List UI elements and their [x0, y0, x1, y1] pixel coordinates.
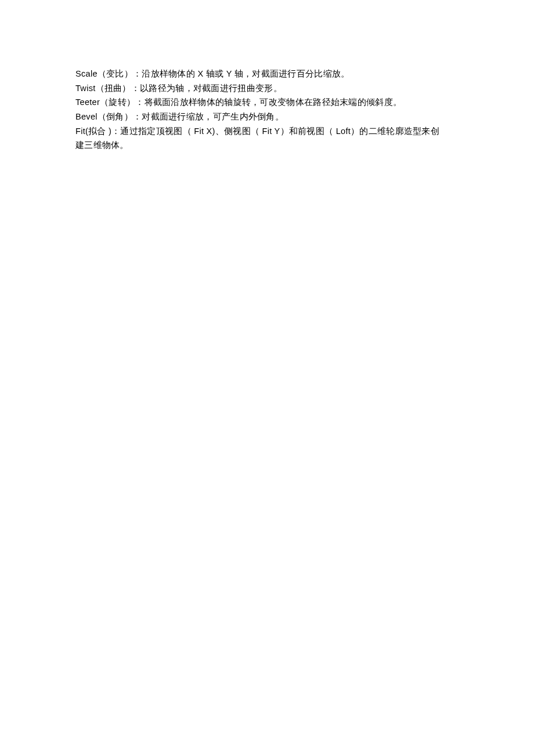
text-line: Bevel（倒角）：对截面进行缩放，可产生内外倒角。: [75, 110, 459, 124]
text-line: 建三维物体。: [75, 138, 459, 153]
text-line: Fit(拟合 )：通过指定顶视图（ Fit X)、侧视图（ Fit Y）和前视图…: [75, 124, 459, 139]
text-line: Teeter（旋转）：将截面沿放样物体的轴旋转，可改变物体在路径始末端的倾斜度。: [75, 95, 459, 110]
text-line: Twist（扭曲）：以路径为轴，对截面进行扭曲变形。: [75, 81, 459, 96]
text-line: Scale（变比）：沿放样物体的 X 轴或 Y 轴，对截面进行百分比缩放。: [75, 67, 459, 81]
document-body: Scale（变比）：沿放样物体的 X 轴或 Y 轴，对截面进行百分比缩放。 Tw…: [0, 0, 534, 153]
